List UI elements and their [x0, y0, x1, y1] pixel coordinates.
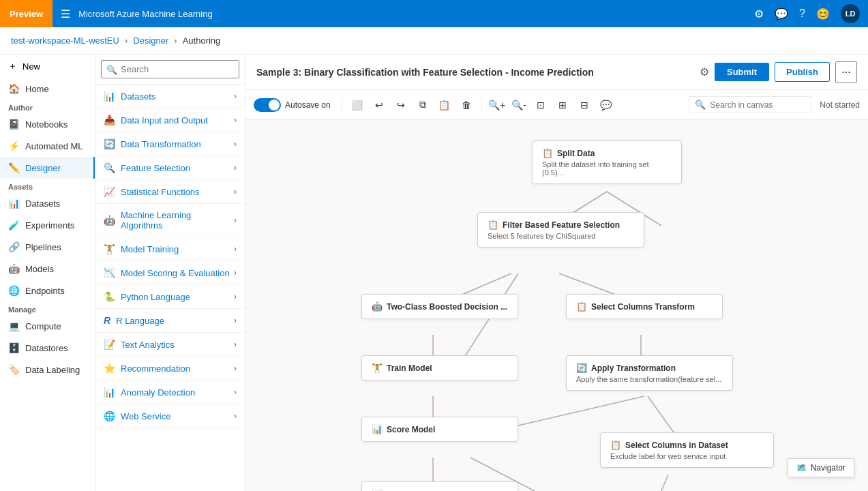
data-input-label: Data Input and Output	[121, 115, 208, 125]
sidebar-item-experiments[interactable]: 🧪 Experiments	[0, 214, 95, 236]
breadcrumb-workspace[interactable]: test-workspace-ML-westEU	[11, 35, 119, 46]
node-apply-transform[interactable]: 🔄 Apply Transformation Apply the same tr…	[566, 355, 733, 391]
sidebar-item-datasets[interactable]: 📊 Datasets	[0, 192, 95, 214]
sidebar-item-notebooks[interactable]: 📓 Notebooks	[0, 113, 95, 135]
toggle-knob	[269, 100, 280, 110]
sidebar-item-compute[interactable]: 💻 Compute	[0, 315, 95, 337]
sidebar-item-automated-ml[interactable]: ⚡ Automated ML	[0, 135, 95, 157]
panel-item-recommendation[interactable]: ⭐ Recommendation ›	[95, 357, 245, 381]
model-score-icon: 📉	[104, 267, 115, 278]
panel-item-datasets[interactable]: 📊 Datasets ›	[95, 85, 245, 108]
toolbar-actions: Submit Publish ···	[715, 61, 857, 83]
panel-item-r[interactable]: R R Language ›	[95, 309, 245, 333]
filter-feature-icon: 📋	[488, 220, 498, 230]
panel-item-data-input-output[interactable]: 📥 Data Input and Output ›	[95, 108, 245, 132]
text-analytics-icon: 📝	[104, 339, 115, 350]
redo-icon[interactable]: ↪	[391, 95, 410, 115]
automated-ml-icon: ⚡	[8, 140, 20, 151]
pipeline-settings-button[interactable]: ⚙	[700, 65, 709, 78]
submit-button[interactable]: Submit	[715, 63, 769, 81]
navigator-button[interactable]: 🗺️ Navigator	[788, 458, 854, 477]
sidebar-new[interactable]: ＋ New	[0, 55, 95, 78]
panel-item-data-transformation[interactable]: 🔄 Data Transformation ›	[95, 132, 245, 156]
paste-icon[interactable]: 📋	[435, 95, 454, 115]
apply-transform-desc: Apply the same transformation(feature se…	[576, 375, 723, 383]
zoom-out-icon[interactable]: 🔍-	[509, 95, 528, 115]
node-score-model[interactable]: 📊 Score Model	[361, 417, 518, 442]
hamburger-icon[interactable]: ☰	[61, 8, 70, 20]
chevron-icon: ›	[234, 387, 237, 397]
ctrl-sep2	[481, 98, 482, 112]
panel-item-feature-selection[interactable]: 🔍 Feature Selection ›	[95, 156, 245, 180]
panel: 🔍 📊 Datasets › 📥 Data Input and Output ›…	[95, 55, 245, 491]
sidebar-item-pipelines[interactable]: 🔗 Pipelines	[0, 236, 95, 258]
publish-button[interactable]: Publish	[775, 62, 830, 82]
undo-icon[interactable]: ↩	[370, 95, 389, 115]
datasets-panel-label: Datasets	[121, 91, 155, 102]
avatar[interactable]: LD	[841, 4, 860, 23]
node-select-cols-dataset[interactable]: 📋 Select Columns in Dataset Exclude labe…	[600, 432, 774, 468]
sidebar-item-designer[interactable]: ✏️ Designer	[0, 157, 95, 179]
canvas-controls: Autosave on ⬜ ↩ ↪ ⧉ 📋 🗑 🔍+ 🔍- ⊡ ⊞ ⊟ 💬 🔍 …	[245, 90, 868, 120]
svg-line-12	[641, 475, 668, 491]
stats-icon: 📈	[104, 186, 115, 197]
feedback-icon[interactable]: 💬	[775, 8, 788, 20]
ml-algo-icon: 🤖	[104, 215, 115, 226]
delete-icon[interactable]: 🗑	[457, 95, 476, 115]
panel-item-anomaly[interactable]: 📊 Anomaly Detection ›	[95, 381, 245, 404]
models-icon: 🤖	[8, 263, 20, 274]
sidebar-item-home[interactable]: 🏠 Home	[0, 78, 95, 100]
pipeline-title: Sample 3: Binary Classification with Fea…	[256, 67, 694, 78]
canvas-search-input[interactable]	[710, 100, 805, 110]
sidebar-item-models[interactable]: 🤖 Models	[0, 258, 95, 280]
user-icon[interactable]: 😊	[816, 8, 830, 20]
score-model-icon: 📊	[372, 424, 383, 434]
zoom-in-icon[interactable]: 🔍+	[488, 95, 507, 115]
more-button[interactable]: ···	[835, 61, 857, 83]
autosave-switch[interactable]	[254, 98, 281, 112]
panel-item-web-service[interactable]: 🌐 Web Service ›	[95, 404, 245, 428]
sidebar-item-datastores[interactable]: 🗄️ Datastores	[0, 337, 95, 359]
panel-item-model-scoring[interactable]: 📉 Model Scoring & Evaluation ›	[95, 261, 245, 285]
node-train-model[interactable]: 🏋️ Train Model	[361, 355, 518, 381]
topbar-icons: ⚙ 💬 ? 😊 LD	[754, 4, 860, 23]
breadcrumb-section[interactable]: Designer	[133, 35, 168, 46]
help-icon[interactable]: ?	[799, 8, 805, 20]
comment-icon[interactable]: 💬	[597, 95, 616, 115]
chevron-icon: ›	[234, 163, 237, 173]
breadcrumb-sep2: ›	[174, 35, 177, 46]
plus-icon: ＋	[8, 60, 17, 72]
panel-item-text-analytics[interactable]: 📝 Text Analytics ›	[95, 333, 245, 357]
panel-item-model-training[interactable]: 🏋️ Model Training ›	[95, 237, 245, 261]
home-label: Home	[25, 84, 49, 94]
settings-icon[interactable]: ⚙	[754, 8, 764, 20]
topbar: Preview ☰ Microsoft Azure Machine Learni…	[0, 0, 868, 27]
text-analytics-label: Text Analytics	[121, 340, 175, 350]
layout-icon[interactable]: ⊞	[553, 95, 572, 115]
sidebar-item-endpoints[interactable]: 🌐 Endpoints	[0, 280, 95, 301]
fit-icon[interactable]: ⊡	[531, 95, 550, 115]
panel-item-statistical[interactable]: 📈 Statistical Functions ›	[95, 180, 245, 204]
node-select-cols-transform[interactable]: 📋 Select Columns Transform	[566, 294, 723, 319]
data-transform-label: Data Transformation	[121, 139, 201, 149]
sidebar-item-data-labeling[interactable]: 🏷️ Data Labeling	[0, 359, 95, 381]
search-input[interactable]	[101, 60, 239, 78]
view-icon[interactable]: ⬜	[348, 95, 367, 115]
node-evaluate-model[interactable]: 📊 Evaluate Model	[361, 481, 518, 491]
pipelines-label: Pipelines	[25, 242, 61, 252]
node-two-class[interactable]: 🤖 Two-Class Boosted Decision ...	[361, 294, 518, 319]
pipelines-icon: 🔗	[8, 241, 20, 252]
node-filter-feature[interactable]: 📋 Filter Based Feature Selection Select …	[477, 212, 644, 248]
r-lang-icon: R	[104, 315, 110, 326]
datastores-label: Datastores	[25, 343, 68, 353]
panel-item-ml-algorithms[interactable]: 🤖 Machine Learning Algorithms ›	[95, 204, 245, 237]
main-layout: ＋ New 🏠 Home Author 📓 Notebooks ⚡ Automa…	[0, 55, 868, 491]
ml-algo-label: Machine Learning Algorithms	[121, 210, 234, 230]
autosave-toggle[interactable]: Autosave on	[254, 98, 331, 112]
copy-icon[interactable]: ⧉	[413, 95, 432, 115]
node-split-data[interactable]: 📋 Split Data Split the dataset into trai…	[532, 140, 682, 184]
data-labeling-icon: 🏷️	[8, 364, 20, 375]
grid-icon[interactable]: ⊟	[575, 95, 594, 115]
panel-item-python[interactable]: 🐍 Python Language ›	[95, 285, 245, 309]
canvas[interactable]: 📋 Split Data Split the dataset into trai…	[245, 120, 868, 491]
